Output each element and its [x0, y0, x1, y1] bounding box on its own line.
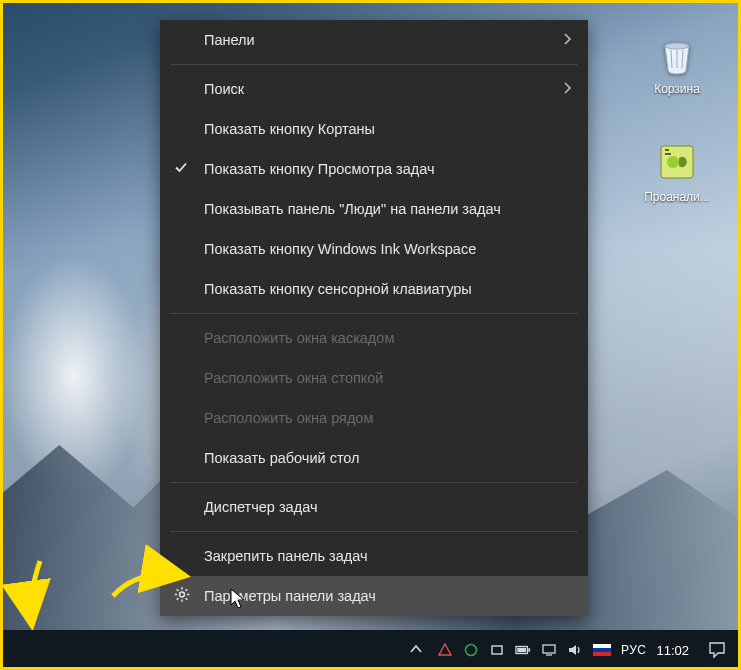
menu-item-toolbars[interactable]: Панели: [160, 20, 588, 60]
menu-item-label: Показать кнопку Просмотра задач: [204, 161, 435, 177]
menu-item-ink-workspace[interactable]: Показать кнопку Windows Ink Workspace: [160, 229, 588, 269]
menu-separator: [170, 482, 578, 483]
svg-point-0: [665, 43, 689, 49]
recycle-bin-icon: [653, 30, 701, 78]
menu-item-label: Расположить окна рядом: [204, 410, 373, 426]
svg-point-5: [180, 592, 185, 597]
menu-item-lock-taskbar[interactable]: Закрепить панель задач: [160, 536, 588, 576]
battery-icon[interactable]: [515, 642, 531, 658]
menu-item-cascade: Расположить окна каскадом: [160, 318, 588, 358]
menu-separator: [170, 64, 578, 65]
tray-icon[interactable]: [489, 642, 505, 658]
desktop-icon-app[interactable]: Проанали...: [637, 138, 717, 204]
desktop[interactable]: Корзина Проанали... Панели Поиск: [0, 0, 741, 670]
menu-separator: [170, 531, 578, 532]
taskbar[interactable]: РУС 11:02: [0, 630, 741, 670]
menu-item-label: Показывать панель "Люди" на панели задач: [204, 201, 501, 217]
language-indicator[interactable]: РУС: [621, 643, 647, 657]
svg-rect-22: [593, 648, 611, 652]
menu-separator: [170, 313, 578, 314]
svg-line-13: [186, 589, 188, 591]
desktop-icon-label: Корзина: [654, 82, 700, 96]
svg-rect-21: [593, 644, 611, 648]
svg-rect-23: [593, 652, 611, 656]
network-icon[interactable]: [541, 642, 557, 658]
menu-item-side-by-side: Расположить окна рядом: [160, 398, 588, 438]
menu-item-label: Показать рабочий стол: [204, 450, 360, 466]
menu-item-label: Диспетчер задач: [204, 499, 317, 515]
tray-icon[interactable]: [463, 642, 479, 658]
tray-overflow-chevron-icon[interactable]: [405, 643, 427, 657]
menu-item-label: Расположить окна стопкой: [204, 370, 383, 386]
check-icon: [174, 161, 188, 178]
chevron-right-icon: [564, 32, 572, 48]
menu-item-label: Панели: [204, 32, 255, 48]
menu-item-people-bar[interactable]: Показывать панель "Люди" на панели задач: [160, 189, 588, 229]
svg-line-10: [177, 589, 179, 591]
system-tray: РУС 11:02: [395, 636, 741, 664]
menu-item-label: Расположить окна каскадом: [204, 330, 394, 346]
svg-rect-15: [492, 646, 502, 654]
menu-item-label: Показать кнопку Кортаны: [204, 121, 375, 137]
menu-item-show-desktop[interactable]: Показать рабочий стол: [160, 438, 588, 478]
language-flag-icon[interactable]: [593, 642, 611, 658]
volume-icon[interactable]: [567, 642, 583, 658]
desktop-icon-recycle-bin[interactable]: Корзина: [637, 30, 717, 96]
taskbar-context-menu: Панели Поиск Показать кнопку Кортаны Пок…: [160, 20, 588, 616]
svg-point-2: [667, 156, 679, 168]
svg-line-11: [186, 598, 188, 600]
menu-item-stack: Расположить окна стопкой: [160, 358, 588, 398]
menu-item-search[interactable]: Поиск: [160, 69, 588, 109]
taskbar-clock[interactable]: 11:02: [656, 643, 689, 658]
tray-icon[interactable]: [437, 642, 453, 658]
menu-item-task-manager[interactable]: Диспетчер задач: [160, 487, 588, 527]
desktop-icon-label: Проанали...: [644, 190, 710, 204]
svg-rect-17: [528, 648, 530, 652]
menu-item-label: Поиск: [204, 81, 244, 97]
menu-item-label: Показать кнопку Windows Ink Workspace: [204, 241, 476, 257]
menu-item-label: Показать кнопку сенсорной клавиатуры: [204, 281, 472, 297]
menu-item-taskbar-settings[interactable]: Параметры панели задач: [160, 576, 588, 616]
svg-rect-18: [517, 648, 526, 652]
action-center-icon[interactable]: [703, 636, 731, 664]
menu-item-touch-keyboard[interactable]: Показать кнопку сенсорной клавиатуры: [160, 269, 588, 309]
app-icon: [653, 138, 701, 186]
svg-rect-19: [543, 645, 555, 653]
svg-line-12: [177, 598, 179, 600]
menu-item-taskview-button[interactable]: Показать кнопку Просмотра задач: [160, 149, 588, 189]
svg-point-14: [465, 645, 476, 656]
gear-icon: [174, 587, 190, 606]
chevron-right-icon: [564, 81, 572, 97]
menu-item-label: Параметры панели задач: [204, 588, 376, 604]
menu-item-label: Закрепить панель задач: [204, 548, 368, 564]
menu-item-cortana-button[interactable]: Показать кнопку Кортаны: [160, 109, 588, 149]
